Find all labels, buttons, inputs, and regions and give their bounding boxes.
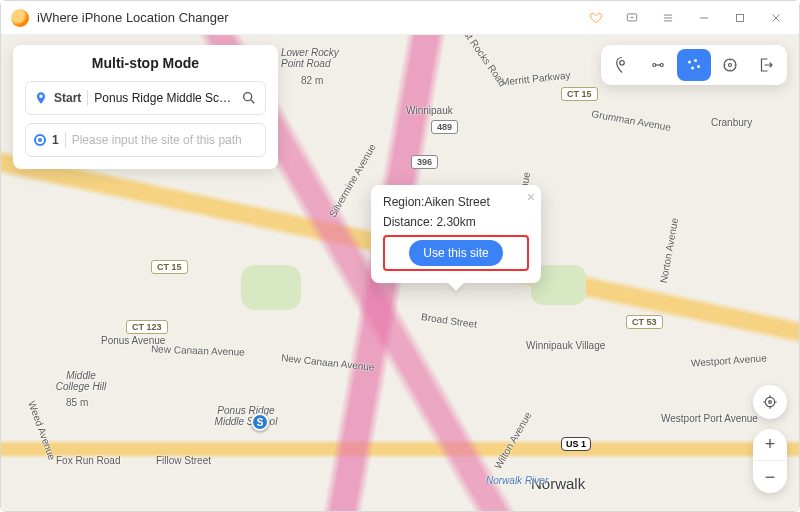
menu-icon[interactable]: [655, 7, 681, 29]
map-canvas[interactable]: Norwalk Cranbury Winnipauk Winnipauk Vil…: [1, 35, 799, 511]
svg-point-13: [769, 401, 772, 404]
stop-number: 1: [52, 133, 59, 147]
titlebar: iWhere iPhone Location Changer: [1, 1, 799, 35]
map-label: Fox Run Road: [56, 455, 120, 466]
route-shield: CT 15: [151, 260, 188, 274]
map-label: Fillow Street: [156, 455, 211, 466]
start-value: Ponus Ridge Middle School: [94, 91, 235, 105]
svg-point-3: [620, 61, 625, 66]
mode-exit-button[interactable]: [749, 49, 783, 81]
stop-radio-icon: [34, 134, 46, 146]
mode-onestop-button[interactable]: [641, 49, 675, 81]
divider: [87, 90, 88, 106]
location-popup: × Region:Aiken Street Distance: 2.30km U…: [371, 185, 541, 283]
elevation-label: 82 m: [301, 75, 323, 86]
svg-point-4: [653, 64, 656, 67]
favorite-icon[interactable]: [583, 7, 609, 29]
pin-icon: [34, 91, 48, 105]
svg-point-11: [729, 64, 732, 67]
zoom-out-button[interactable]: −: [753, 461, 787, 493]
start-marker-icon[interactable]: S: [251, 413, 269, 431]
app-title: iWhere iPhone Location Changer: [37, 10, 583, 25]
stop-input-row[interactable]: 1 Please input the site of this path: [25, 123, 266, 157]
popup-tip: [448, 283, 464, 291]
svg-point-7: [694, 59, 697, 62]
map-label: Cranbury: [711, 117, 752, 128]
app-window: iWhere iPhone Location Changer Norwalk C…: [0, 0, 800, 512]
recenter-button[interactable]: [753, 385, 787, 419]
close-button[interactable]: [763, 7, 789, 29]
route-shield: CT 123: [126, 320, 168, 334]
titlebar-actions: [583, 7, 789, 29]
map-label: Westport Port Avenue: [661, 413, 758, 424]
svg-point-8: [691, 67, 694, 70]
park-area: [241, 265, 301, 310]
map-label: Ponus Avenue: [101, 335, 165, 346]
map-label: Ponus Ridge Middle School: [211, 405, 281, 427]
map-label: Norwalk River: [486, 475, 548, 486]
start-input-row[interactable]: Start Ponus Ridge Middle School: [25, 81, 266, 115]
map-side-controls: + −: [753, 385, 787, 493]
maximize-button[interactable]: [727, 7, 753, 29]
route-shield: US 1: [561, 437, 591, 451]
elevation-label: 85 m: [66, 397, 88, 408]
popup-region: Region:Aiken Street: [383, 195, 529, 209]
minimize-button[interactable]: [691, 7, 717, 29]
svg-point-2: [244, 93, 252, 101]
svg-point-12: [765, 397, 774, 406]
multistop-panel: Multi-stop Mode Start Ponus Ridge Middle…: [13, 45, 278, 169]
mode-joystick-button[interactable]: [713, 49, 747, 81]
map-label: Winnipauk Village: [526, 340, 605, 351]
svg-rect-1: [737, 14, 744, 21]
use-this-site-button[interactable]: Use this site: [409, 240, 502, 266]
mode-teleport-button[interactable]: [605, 49, 639, 81]
start-label: Start: [54, 91, 81, 105]
mode-toolbar: [601, 45, 787, 85]
popup-distance: Distance: 2.30km: [383, 215, 529, 229]
svg-point-10: [724, 59, 736, 71]
feedback-icon[interactable]: [619, 7, 645, 29]
map-label: Middle College Hill: [51, 370, 111, 392]
app-logo-icon: [11, 9, 29, 27]
search-icon[interactable]: [241, 90, 257, 106]
svg-point-9: [697, 65, 700, 68]
zoom-in-button[interactable]: +: [753, 429, 787, 461]
divider: [65, 132, 66, 148]
zoom-control: + −: [753, 429, 787, 493]
highlight-frame: Use this site: [383, 235, 529, 271]
panel-title: Multi-stop Mode: [25, 55, 266, 71]
svg-point-5: [660, 64, 663, 67]
route-shield: CT 15: [561, 87, 598, 101]
stop-placeholder: Please input the site of this path: [72, 133, 257, 147]
popup-close-icon[interactable]: ×: [527, 189, 535, 205]
mode-multistop-button[interactable]: [677, 49, 711, 81]
route-shield: 489: [431, 120, 458, 134]
route-shield: 396: [411, 155, 438, 169]
map-label: Winnipauk: [406, 105, 453, 116]
route-shield: CT 53: [626, 315, 663, 329]
map-label: Lower Rocky Point Road: [281, 47, 341, 69]
svg-point-6: [688, 61, 691, 64]
